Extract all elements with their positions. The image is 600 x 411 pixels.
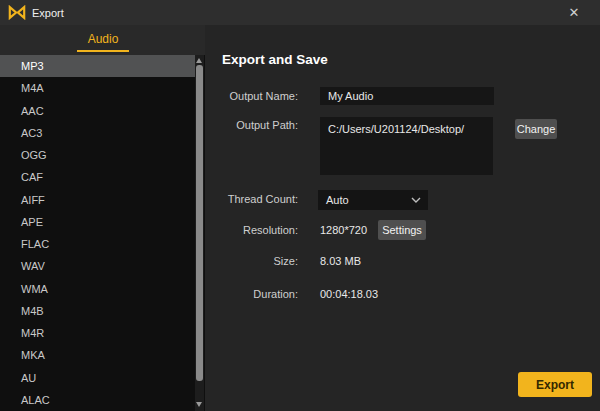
- format-list: MP3 M4A AAC AC3 OGG CAF AIFF APE FLAC WA…: [0, 55, 205, 411]
- size-label: Size:: [205, 255, 298, 267]
- format-item-au[interactable]: AU: [0, 367, 196, 389]
- format-item-m4r[interactable]: M4R: [0, 322, 196, 344]
- tab-audio[interactable]: Audio: [77, 25, 129, 55]
- duration-value: 00:04:18.03: [320, 288, 378, 300]
- thread-count-value: Auto: [318, 194, 411, 206]
- output-path-label: Output Path:: [205, 119, 298, 131]
- titlebar: Export ✕: [0, 0, 600, 25]
- chevron-down-icon: [411, 197, 421, 203]
- format-item-m4b[interactable]: M4B: [0, 300, 196, 322]
- format-item-ac3[interactable]: AC3: [0, 122, 196, 144]
- tab-strip: Audio: [0, 25, 205, 55]
- format-item-m4a[interactable]: M4A: [0, 77, 196, 99]
- output-name-input[interactable]: [320, 87, 494, 105]
- format-item-ogg[interactable]: OGG: [0, 144, 196, 166]
- app-logo-icon: [8, 5, 26, 20]
- close-icon: ✕: [569, 5, 580, 20]
- panel-heading: Export and Save: [222, 52, 328, 67]
- thread-count-label: Thread Count:: [205, 193, 298, 205]
- format-item-aiff[interactable]: AIFF: [0, 189, 196, 211]
- export-dialog: Export ✕ Audio MP3 M4A AAC AC3 OGG CAF A…: [0, 0, 600, 411]
- thread-count-dropdown[interactable]: Auto: [318, 190, 428, 210]
- output-path-box[interactable]: C:/Users/U201124/Desktop/: [320, 117, 493, 175]
- resolution-label: Resolution:: [205, 224, 298, 236]
- resolution-value: 1280*720: [320, 224, 367, 236]
- format-item-ape[interactable]: APE: [0, 211, 196, 233]
- scrollbar-down-arrow-icon[interactable]: [196, 402, 202, 407]
- format-sidebar: MP3 M4A AAC AC3 OGG CAF AIFF APE FLAC WA…: [0, 55, 205, 411]
- format-item-wav[interactable]: WAV: [0, 255, 196, 277]
- export-button[interactable]: Export: [518, 372, 592, 397]
- sidebar-scrollbar[interactable]: [195, 55, 204, 411]
- format-item-mka[interactable]: MKA: [0, 344, 196, 366]
- scrollbar-thumb[interactable]: [196, 65, 203, 381]
- format-item-mp3[interactable]: MP3: [0, 55, 196, 77]
- format-item-flac[interactable]: FLAC: [0, 233, 196, 255]
- format-item-alac[interactable]: ALAC: [0, 389, 196, 411]
- scrollbar-up-arrow-icon[interactable]: [196, 58, 202, 63]
- resolution-settings-button[interactable]: Settings: [378, 220, 426, 240]
- format-item-aac[interactable]: AAC: [0, 100, 196, 122]
- output-name-label: Output Name:: [205, 90, 298, 102]
- change-path-button[interactable]: Change: [515, 119, 557, 139]
- format-item-caf[interactable]: CAF: [0, 166, 196, 188]
- close-button[interactable]: ✕: [560, 0, 588, 25]
- export-settings-panel: Export and Save Output Name: Output Path…: [205, 25, 600, 411]
- size-value: 8.03 MB: [320, 255, 361, 267]
- format-item-wma[interactable]: WMA: [0, 278, 196, 300]
- duration-label: Duration:: [205, 288, 298, 300]
- window-title: Export: [32, 7, 64, 19]
